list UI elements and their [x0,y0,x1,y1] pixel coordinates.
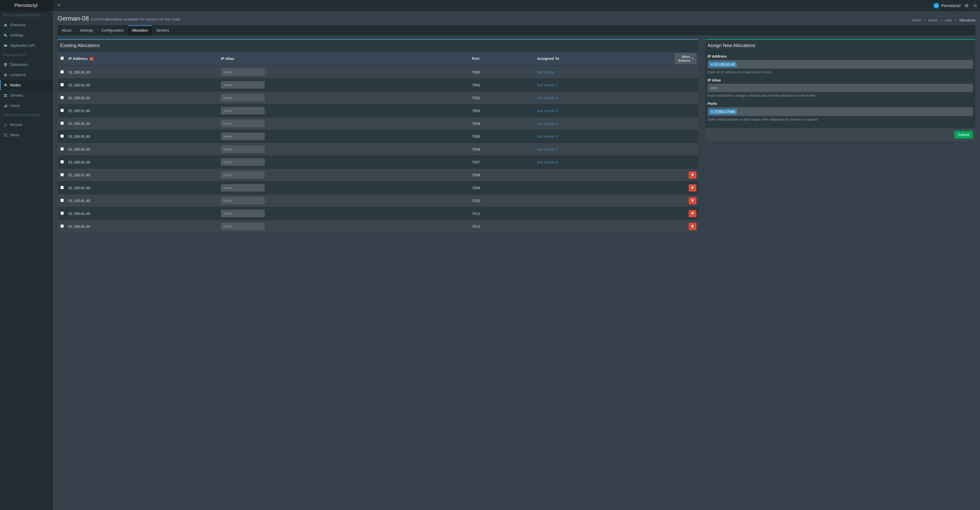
goggles-icon [3,44,8,48]
database-icon [3,63,8,67]
sidebar-item-nests[interactable]: Nests [0,130,53,140]
row-checkbox[interactable] [60,122,64,125]
row-alias-input[interactable] [221,171,265,179]
sidebar-item-mounts[interactable]: Mounts [0,119,53,130]
row-port: 7508 [470,168,535,181]
ports-tag-input[interactable]: × 27000-27999 [708,107,973,116]
mass-actions-label: Mass Actions [678,55,690,62]
breadcrumb-link[interactable]: Nodes [928,18,938,22]
row-alias-input[interactable] [221,94,265,102]
tab-about[interactable]: About [57,25,76,35]
breadcrumb-link[interactable]: Admin [912,18,921,22]
sidebar-item-databases[interactable]: Databases [0,59,53,70]
row-alias-input[interactable] [221,158,265,166]
sidebar-item-label: Users [10,103,20,108]
row-checkbox[interactable] [60,134,64,138]
caret-down-icon [692,58,694,59]
row-alias-input[interactable] [221,210,265,217]
sidebar: BASIC ADMINISTRATIONOverviewSettingsAppl… [0,11,53,510]
row-alias-input[interactable] [221,120,265,127]
table-row: 51.195.61.407506test server 7 [57,143,698,156]
tab-configuration[interactable]: Configuration [97,25,127,35]
row-checkbox[interactable] [60,186,64,189]
tab-servers[interactable]: Servers [152,25,173,35]
assigned-server-link[interactable]: test server 5 [537,122,558,126]
trash-icon [691,199,694,203]
row-alias-input[interactable] [221,146,265,153]
sidebar-toggle-button[interactable] [56,2,62,9]
row-ip: 51.195.61.40 [66,79,219,92]
row-port: 7511 [470,207,535,220]
delete-allocation-button[interactable] [689,197,696,204]
row-port: 7504 [470,117,535,130]
row-alias-input[interactable] [221,133,265,140]
calendar-icon[interactable] [964,3,969,8]
submit-button[interactable]: Submit [954,131,973,138]
sidebar-item-settings[interactable]: Settings [0,30,53,40]
row-alias-input[interactable] [221,184,265,192]
assigned-server-link[interactable]: test server 6 [537,134,558,138]
breadcrumb-link[interactable]: main [945,18,952,22]
row-assigned [535,194,673,207]
assigned-server-link[interactable]: test server 4 [537,109,558,113]
row-alias-input[interactable] [221,222,265,230]
row-alias-cell [219,220,470,233]
tabs: AboutSettingsConfigurationAllocationServ… [57,25,975,35]
row-checkbox[interactable] [60,160,64,164]
row-checkbox[interactable] [60,96,64,99]
row-alias-input[interactable] [221,68,265,76]
logout-icon[interactable] [973,3,977,8]
select-all-checkbox[interactable] [60,57,64,60]
sidebar-item-locations[interactable]: Locations [0,70,53,80]
col-ip-label: IP Address [68,57,88,61]
row-checkbox-cell [57,156,66,168]
sidebar-item-label: Nodes [10,83,21,87]
ip-tag[interactable]: × 51.195.61.40 [709,62,737,67]
tab-settings[interactable]: Settings [76,25,97,35]
assigned-server-link[interactable]: test server 2 [537,83,558,87]
row-checkbox[interactable] [60,83,64,86]
row-alias-input[interactable] [221,81,265,89]
table-row: 51.195.61.407510 [57,194,698,207]
delete-allocation-button[interactable] [689,210,696,217]
assigned-server-link[interactable]: test server 3 [537,96,558,100]
remove-tag-icon[interactable]: × [711,62,713,66]
delete-allocation-button[interactable] [689,184,696,192]
table-row: 51.195.61.407504test server 5 [57,117,698,130]
row-checkbox[interactable] [60,199,64,202]
assigned-server-link[interactable]: test server [537,70,555,74]
sidebar-item-servers[interactable]: Servers [0,90,53,100]
row-checkbox[interactable] [60,109,64,112]
row-checkbox[interactable] [60,173,64,176]
mass-actions-dropdown[interactable]: Mass Actions [675,53,696,64]
globe-icon [3,73,8,77]
nav-bar: Pterodactyl [53,0,980,11]
sidebar-item-application-api[interactable]: Application API [0,40,53,51]
brand-logo[interactable]: Pterodactyl [0,3,53,8]
row-alias-input[interactable] [221,107,265,114]
delete-allocation-button[interactable] [689,172,696,179]
row-checkbox[interactable] [60,70,64,73]
assigned-server-link[interactable]: test server 7 [537,147,558,151]
collapse-icon[interactable]: − [90,57,93,61]
sidebar-item-label: Databases [10,62,28,67]
row-alias-input[interactable] [221,197,265,204]
row-checkbox[interactable] [60,147,64,151]
sidebar-item-overview[interactable]: Overview [0,20,53,30]
ports-tag[interactable]: × 27000-27999 [709,109,737,114]
row-actions [673,117,698,130]
tab-allocation[interactable]: Allocation [128,25,152,35]
row-checkbox-cell [57,220,66,233]
assigned-server-link[interactable]: test server 8 [537,160,558,164]
alias-help-text: If you would like to assign a default al… [708,93,973,98]
row-checkbox[interactable] [60,224,64,228]
row-port: 7506 [470,143,535,156]
sidebar-item-nodes[interactable]: Nodes [0,80,53,90]
remove-tag-icon[interactable]: × [711,110,713,114]
alias-input[interactable] [708,84,973,92]
sidebar-item-users[interactable]: Users [0,100,53,111]
ip-tag-input[interactable]: × 51.195.61.40 [708,60,973,68]
row-checkbox[interactable] [60,211,64,215]
delete-allocation-button[interactable] [689,223,696,230]
user-menu[interactable]: Pterodactyl [934,3,961,8]
